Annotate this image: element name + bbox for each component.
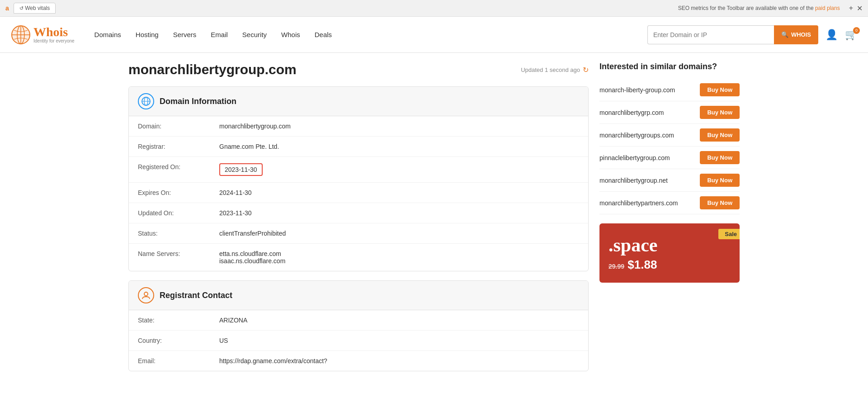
table-row: Country:US	[129, 331, 588, 351]
registrant-contact-section: Registrant Contact State:ARIZONACountry:…	[128, 280, 589, 371]
search-icon: 🔍	[781, 31, 788, 38]
list-item: monarchlibertypartners.comBuy Now	[599, 192, 740, 214]
field-value: ARIZONA	[210, 310, 588, 331]
similar-domain-name: monarchlibertygroups.com	[599, 132, 700, 139]
sale-price: 29.99 $1.88	[609, 258, 731, 272]
buy-now-button[interactable]: Buy Now	[700, 128, 740, 142]
nav-deals[interactable]: Deals	[308, 27, 338, 42]
logo-area[interactable]: Whois Identity for everyone	[11, 25, 75, 45]
refresh-icon[interactable]: ↻	[583, 66, 589, 74]
registrant-contact-header: Registrant Contact	[129, 281, 588, 310]
field-label: Registrar:	[129, 137, 210, 157]
field-label: Expires On:	[129, 183, 210, 203]
field-value: 2023-11-30	[210, 157, 588, 183]
field-label: Domain:	[129, 116, 210, 137]
user-account-button[interactable]: 👤	[826, 29, 838, 41]
sale-new-price: $1.88	[627, 258, 657, 271]
paid-plans-link[interactable]: paid plans	[815, 5, 840, 11]
field-value: US	[210, 331, 588, 351]
table-row: State:ARIZONA	[129, 310, 588, 331]
nav-links: Domains Hosting Servers Email Security W…	[88, 27, 647, 42]
buy-now-button[interactable]: Buy Now	[700, 83, 740, 96]
add-tab-button[interactable]: +	[849, 4, 853, 12]
table-row: Expires On:2024-11-30	[129, 183, 588, 203]
updated-text-label: Updated 1 second ago	[521, 66, 580, 73]
updated-status: Updated 1 second ago ↻	[521, 66, 589, 74]
nav-security[interactable]: Security	[236, 27, 273, 42]
nav-whois[interactable]: Whois	[275, 27, 307, 42]
page-title: monarchlibertygroup.com	[128, 62, 521, 77]
list-item: monarchlibertygrp.comBuy Now	[599, 101, 740, 124]
browser-logo: a	[5, 5, 9, 12]
domain-info-header: Domain Information	[129, 87, 588, 116]
sale-old-price: 29.99	[609, 263, 624, 270]
registrant-contact-icon	[138, 287, 154, 303]
page-header: monarchlibertygroup.com Updated 1 second…	[128, 62, 589, 77]
logo-text: Whois Identity for everyone	[33, 26, 75, 43]
search-btn-label: WHOIS	[791, 31, 811, 38]
similar-domains-title: Interested in similar domains?	[599, 62, 740, 71]
domain-info-table: Domain:monarchlibertygroup.comRegistrar:…	[129, 116, 588, 271]
field-label: Updated On:	[129, 203, 210, 223]
svg-point-8	[144, 292, 148, 296]
domain-information-section: Domain Information Domain:monarchliberty…	[128, 86, 589, 271]
sale-tld: .space	[609, 234, 731, 256]
field-label: Registered On:	[129, 157, 210, 183]
nav-email[interactable]: Email	[204, 27, 234, 42]
nav-hosting[interactable]: Hosting	[129, 27, 165, 42]
table-row: Email:https://rdap.gname.com/extra/conta…	[129, 351, 588, 371]
field-label: Email:	[129, 351, 210, 371]
field-value: monarchlibertygroup.com	[210, 116, 588, 137]
registrant-contact-title: Registrant Contact	[160, 291, 232, 300]
sale-banner: Sale .space 29.99 $1.88	[599, 223, 740, 283]
table-row: Updated On:2023-11-30	[129, 203, 588, 223]
similar-domain-name: pinnaclelibertygroup.com	[599, 154, 700, 161]
search-button[interactable]: 🔍 WHOIS	[774, 25, 818, 44]
domain-info-icon	[138, 93, 154, 109]
list-item: monarchlibertygroup.netBuy Now	[599, 169, 740, 192]
field-value: Gname.com Pte. Ltd.	[210, 137, 588, 157]
seo-notice: SEO metrics for the Toolbar are availabl…	[678, 5, 840, 11]
main-content: monarchlibertygroup.com Updated 1 second…	[118, 53, 750, 389]
buy-now-button[interactable]: Buy Now	[700, 106, 740, 119]
domain-info-title: Domain Information	[160, 97, 236, 106]
buy-now-button[interactable]: Buy Now	[700, 174, 740, 187]
highlighted-field-value: 2023-11-30	[219, 163, 263, 176]
logo-globe-icon	[11, 25, 31, 45]
similar-domain-name: monarchlibertypartners.com	[599, 199, 700, 207]
field-value: etta.ns.cloudflare.comisaac.ns.cloudflar…	[210, 244, 588, 271]
nav-domains[interactable]: Domains	[88, 27, 127, 42]
user-icon: 👤	[826, 29, 838, 40]
field-label: Status:	[129, 223, 210, 244]
logo-whois: Whois	[33, 26, 75, 38]
similar-domain-name: monarch-liberty-group.com	[599, 86, 700, 94]
close-tab-button[interactable]: ✕	[857, 4, 863, 13]
navbar: Whois Identity for everyone Domains Host…	[0, 17, 868, 53]
similar-domain-name: monarchlibertygroup.net	[599, 177, 700, 184]
field-label: Name Servers:	[129, 244, 210, 271]
browser-tab[interactable]: ↺ Web vitals	[14, 3, 56, 14]
field-label: State:	[129, 310, 210, 331]
logo-tagline: Identity for everyone	[33, 38, 75, 43]
nav-icons: 👤 🛒 0	[826, 29, 857, 41]
buy-now-button[interactable]: Buy Now	[700, 151, 740, 164]
tab-icon: ↺	[19, 5, 24, 11]
similar-domain-name: monarchlibertygrp.com	[599, 109, 700, 116]
sale-ribbon: Sale	[718, 229, 740, 239]
table-row: Registrar:Gname.com Pte. Ltd.	[129, 137, 588, 157]
nav-servers[interactable]: Servers	[167, 27, 203, 42]
table-row: Domain:monarchlibertygroup.com	[129, 116, 588, 137]
search-input[interactable]	[647, 25, 774, 44]
list-item: pinnaclelibertygroup.comBuy Now	[599, 147, 740, 169]
browser-bar: a ↺ Web vitals SEO metrics for the Toolb…	[0, 0, 868, 17]
buy-now-button[interactable]: Buy Now	[700, 196, 740, 209]
list-item: monarch-liberty-group.comBuy Now	[599, 79, 740, 101]
browser-action-icons: + ✕	[849, 4, 863, 13]
globe-icon	[142, 97, 151, 106]
registrant-contact-table: State:ARIZONACountry:USEmail:https://rda…	[129, 310, 588, 371]
cart-button[interactable]: 🛒 0	[845, 29, 857, 41]
table-row: Registered On:2023-11-30	[129, 157, 588, 183]
field-label: Country:	[129, 331, 210, 351]
field-value: 2024-11-30	[210, 183, 588, 203]
person-icon	[142, 291, 151, 300]
